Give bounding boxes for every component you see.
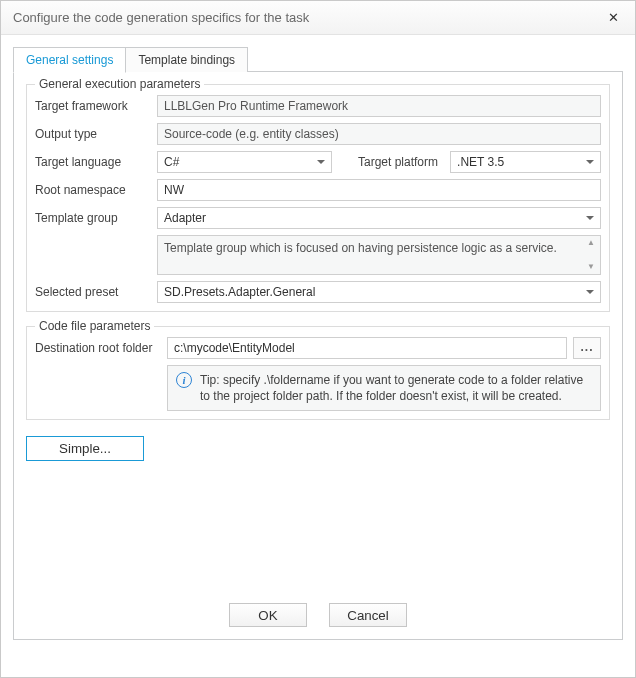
label-root-namespace: Root namespace bbox=[35, 183, 157, 197]
destination-folder-input[interactable]: c:\mycode\EntityModel bbox=[167, 337, 567, 359]
target-platform-dropdown[interactable]: .NET 3.5 bbox=[450, 151, 601, 173]
selected-preset-dropdown[interactable]: SD.Presets.Adapter.General bbox=[157, 281, 601, 303]
selected-preset-value: SD.Presets.Adapter.General bbox=[164, 285, 582, 299]
target-platform-value: .NET 3.5 bbox=[457, 155, 582, 169]
simple-button[interactable]: Simple... bbox=[26, 436, 144, 461]
window-title: Configure the code generation specifics … bbox=[13, 10, 601, 25]
tab-bar: General settings Template bindings bbox=[13, 45, 623, 72]
cancel-button[interactable]: Cancel bbox=[329, 603, 407, 627]
ok-button[interactable]: OK bbox=[229, 603, 307, 627]
tip-box: i Tip: specify .\foldername if you want … bbox=[167, 365, 601, 411]
label-selected-preset: Selected preset bbox=[35, 285, 157, 299]
close-icon[interactable]: ✕ bbox=[601, 10, 625, 25]
chevron-down-icon: ▼ bbox=[587, 263, 595, 271]
tip-text: Tip: specify .\foldername if you want to… bbox=[200, 372, 592, 404]
label-template-group: Template group bbox=[35, 211, 157, 225]
browse-button[interactable]: ... bbox=[573, 337, 601, 359]
target-framework-field: LLBLGen Pro Runtime Framework bbox=[157, 95, 601, 117]
template-group-value: Adapter bbox=[164, 211, 582, 225]
target-language-dropdown[interactable]: C# bbox=[157, 151, 332, 173]
template-group-description-text: Template group which is focused on havin… bbox=[164, 241, 557, 255]
tab-template-bindings[interactable]: Template bindings bbox=[125, 47, 248, 72]
scroll-indicator[interactable]: ▲▼ bbox=[585, 239, 597, 271]
dialog-footer: OK Cancel bbox=[14, 603, 622, 627]
output-type-field: Source-code (e.g. entity classes) bbox=[157, 123, 601, 145]
group-code-file: Code file parameters Destination root fo… bbox=[26, 326, 610, 420]
group-legend-exec: General execution parameters bbox=[35, 77, 204, 91]
tab-panel: General execution parameters Target fram… bbox=[13, 72, 623, 640]
label-target-framework: Target framework bbox=[35, 99, 157, 113]
template-group-description: Template group which is focused on havin… bbox=[157, 235, 601, 275]
label-destination-folder: Destination root folder bbox=[35, 341, 167, 355]
label-target-platform: Target platform bbox=[338, 155, 444, 169]
group-legend-file: Code file parameters bbox=[35, 319, 154, 333]
title-bar: Configure the code generation specifics … bbox=[1, 1, 635, 35]
label-target-language: Target language bbox=[35, 155, 157, 169]
target-language-value: C# bbox=[164, 155, 313, 169]
chevron-up-icon: ▲ bbox=[587, 239, 595, 247]
info-icon: i bbox=[176, 372, 192, 388]
template-group-dropdown[interactable]: Adapter bbox=[157, 207, 601, 229]
tab-general-settings[interactable]: General settings bbox=[13, 47, 126, 73]
group-general-execution: General execution parameters Target fram… bbox=[26, 84, 610, 312]
root-namespace-input[interactable]: NW bbox=[157, 179, 601, 201]
label-output-type: Output type bbox=[35, 127, 157, 141]
